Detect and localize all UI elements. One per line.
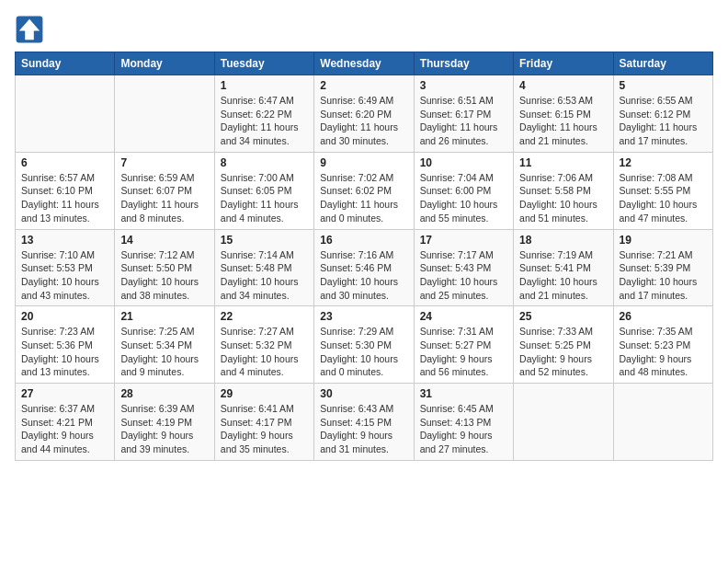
calendar-cell: 24Sunrise: 7:31 AM Sunset: 5:27 PM Dayli… <box>414 306 513 384</box>
calendar-week-3: 13Sunrise: 7:10 AM Sunset: 5:53 PM Dayli… <box>16 229 713 306</box>
day-number: 16 <box>320 234 407 247</box>
calendar-cell: 10Sunrise: 7:04 AM Sunset: 6:00 PM Dayli… <box>414 152 513 229</box>
calendar-cell: 22Sunrise: 7:27 AM Sunset: 5:32 PM Dayli… <box>214 306 313 384</box>
header-cell-sunday: Sunday <box>16 52 115 75</box>
header-cell-monday: Monday <box>115 52 214 75</box>
calendar-week-1: 1Sunrise: 6:47 AM Sunset: 6:22 PM Daylig… <box>16 75 713 153</box>
calendar-cell: 21Sunrise: 7:25 AM Sunset: 5:34 PM Dayli… <box>115 306 214 384</box>
day-number: 11 <box>519 156 607 169</box>
calendar-cell: 31Sunrise: 6:45 AM Sunset: 4:13 PM Dayli… <box>414 384 513 461</box>
day-info: Sunrise: 7:14 AM Sunset: 5:48 PM Dayligh… <box>221 248 308 303</box>
calendar-cell: 16Sunrise: 7:16 AM Sunset: 5:46 PM Dayli… <box>314 229 414 306</box>
day-number: 9 <box>320 156 407 169</box>
day-number: 1 <box>221 79 308 92</box>
calendar-cell: 1Sunrise: 6:47 AM Sunset: 6:22 PM Daylig… <box>214 75 313 153</box>
day-number: 28 <box>120 387 208 400</box>
calendar-cell: 27Sunrise: 6:37 AM Sunset: 4:21 PM Dayli… <box>16 384 115 461</box>
day-number: 6 <box>21 156 108 169</box>
day-number: 24 <box>420 310 507 323</box>
day-info: Sunrise: 6:53 AM Sunset: 6:15 PM Dayligh… <box>519 94 607 148</box>
calendar-body: 1Sunrise: 6:47 AM Sunset: 6:22 PM Daylig… <box>16 75 713 461</box>
calendar-cell: 13Sunrise: 7:10 AM Sunset: 5:53 PM Dayli… <box>16 229 115 306</box>
day-info: Sunrise: 7:12 AM Sunset: 5:50 PM Dayligh… <box>120 248 208 303</box>
day-info: Sunrise: 7:23 AM Sunset: 5:36 PM Dayligh… <box>21 325 108 379</box>
day-info: Sunrise: 7:33 AM Sunset: 5:25 PM Dayligh… <box>519 325 607 379</box>
day-info: Sunrise: 6:39 AM Sunset: 4:19 PM Dayligh… <box>120 402 208 456</box>
day-number: 14 <box>120 234 208 247</box>
calendar-cell: 29Sunrise: 6:41 AM Sunset: 4:17 PM Dayli… <box>214 384 313 461</box>
day-number: 21 <box>120 310 208 323</box>
day-info: Sunrise: 6:37 AM Sunset: 4:21 PM Dayligh… <box>21 402 108 456</box>
calendar-cell: 12Sunrise: 7:08 AM Sunset: 5:55 PM Dayli… <box>613 152 712 229</box>
day-number: 29 <box>221 387 308 400</box>
day-info: Sunrise: 6:55 AM Sunset: 6:12 PM Dayligh… <box>620 94 707 148</box>
day-number: 5 <box>620 79 707 92</box>
calendar-cell: 6Sunrise: 6:57 AM Sunset: 6:10 PM Daylig… <box>16 152 115 229</box>
page-header <box>15 15 713 44</box>
calendar-cell: 11Sunrise: 7:06 AM Sunset: 5:58 PM Dayli… <box>514 152 613 229</box>
day-number: 4 <box>519 79 607 92</box>
day-info: Sunrise: 6:51 AM Sunset: 6:17 PM Dayligh… <box>420 94 507 148</box>
day-number: 3 <box>420 79 507 92</box>
calendar-cell: 2Sunrise: 6:49 AM Sunset: 6:20 PM Daylig… <box>314 75 414 153</box>
day-info: Sunrise: 7:04 AM Sunset: 6:00 PM Dayligh… <box>420 171 507 225</box>
day-info: Sunrise: 6:45 AM Sunset: 4:13 PM Dayligh… <box>420 402 507 456</box>
day-info: Sunrise: 7:25 AM Sunset: 5:34 PM Dayligh… <box>120 325 208 379</box>
day-number: 22 <box>221 310 308 323</box>
day-number: 20 <box>21 310 108 323</box>
calendar-cell <box>16 75 115 153</box>
calendar-cell: 15Sunrise: 7:14 AM Sunset: 5:48 PM Dayli… <box>214 229 313 306</box>
day-number: 10 <box>420 156 507 169</box>
day-info: Sunrise: 7:21 AM Sunset: 5:39 PM Dayligh… <box>620 248 707 303</box>
day-number: 27 <box>21 387 108 400</box>
day-info: Sunrise: 6:57 AM Sunset: 6:10 PM Dayligh… <box>21 171 108 225</box>
day-info: Sunrise: 7:16 AM Sunset: 5:46 PM Dayligh… <box>320 248 407 303</box>
day-info: Sunrise: 7:19 AM Sunset: 5:41 PM Dayligh… <box>519 248 607 303</box>
calendar-cell: 28Sunrise: 6:39 AM Sunset: 4:19 PM Dayli… <box>115 384 214 461</box>
day-number: 30 <box>320 387 407 400</box>
calendar-cell: 9Sunrise: 7:02 AM Sunset: 6:02 PM Daylig… <box>314 152 414 229</box>
day-info: Sunrise: 7:29 AM Sunset: 5:30 PM Dayligh… <box>320 325 407 379</box>
calendar-week-5: 27Sunrise: 6:37 AM Sunset: 4:21 PM Dayli… <box>16 384 713 461</box>
calendar-cell: 8Sunrise: 7:00 AM Sunset: 6:05 PM Daylig… <box>214 152 313 229</box>
header-cell-tuesday: Tuesday <box>214 52 313 75</box>
day-info: Sunrise: 7:02 AM Sunset: 6:02 PM Dayligh… <box>320 171 407 225</box>
day-info: Sunrise: 6:41 AM Sunset: 4:17 PM Dayligh… <box>221 402 308 456</box>
header-cell-wednesday: Wednesday <box>314 52 414 75</box>
calendar-cell <box>115 75 214 153</box>
calendar-cell <box>613 384 712 461</box>
day-number: 8 <box>221 156 308 169</box>
day-number: 2 <box>320 79 407 92</box>
day-number: 18 <box>519 234 607 247</box>
calendar-header: SundayMondayTuesdayWednesdayThursdayFrid… <box>16 52 713 75</box>
header-cell-thursday: Thursday <box>414 52 513 75</box>
day-info: Sunrise: 7:27 AM Sunset: 5:32 PM Dayligh… <box>221 325 308 379</box>
day-number: 31 <box>420 387 507 400</box>
calendar-cell: 25Sunrise: 7:33 AM Sunset: 5:25 PM Dayli… <box>514 306 613 384</box>
day-info: Sunrise: 7:35 AM Sunset: 5:23 PM Dayligh… <box>620 325 707 379</box>
day-number: 23 <box>320 310 407 323</box>
day-number: 25 <box>519 310 607 323</box>
day-number: 19 <box>620 234 707 247</box>
day-number: 15 <box>221 234 308 247</box>
calendar-cell: 30Sunrise: 6:43 AM Sunset: 4:15 PM Dayli… <box>314 384 414 461</box>
calendar-cell: 5Sunrise: 6:55 AM Sunset: 6:12 PM Daylig… <box>613 75 712 153</box>
calendar-cell: 14Sunrise: 7:12 AM Sunset: 5:50 PM Dayli… <box>115 229 214 306</box>
calendar-cell: 26Sunrise: 7:35 AM Sunset: 5:23 PM Dayli… <box>613 306 712 384</box>
calendar-cell: 4Sunrise: 6:53 AM Sunset: 6:15 PM Daylig… <box>514 75 613 153</box>
day-info: Sunrise: 6:59 AM Sunset: 6:07 PM Dayligh… <box>120 171 208 225</box>
calendar-table: SundayMondayTuesdayWednesdayThursdayFrid… <box>15 52 713 461</box>
day-info: Sunrise: 6:47 AM Sunset: 6:22 PM Dayligh… <box>221 94 308 148</box>
day-number: 12 <box>620 156 707 169</box>
calendar-cell: 17Sunrise: 7:17 AM Sunset: 5:43 PM Dayli… <box>414 229 513 306</box>
day-info: Sunrise: 7:10 AM Sunset: 5:53 PM Dayligh… <box>21 248 108 303</box>
logo-icon <box>15 15 44 44</box>
calendar-cell: 19Sunrise: 7:21 AM Sunset: 5:39 PM Dayli… <box>613 229 712 306</box>
logo <box>15 15 48 44</box>
header-cell-saturday: Saturday <box>613 52 712 75</box>
day-number: 26 <box>620 310 707 323</box>
day-info: Sunrise: 6:49 AM Sunset: 6:20 PM Dayligh… <box>320 94 407 148</box>
header-row: SundayMondayTuesdayWednesdayThursdayFrid… <box>16 52 713 75</box>
day-info: Sunrise: 6:43 AM Sunset: 4:15 PM Dayligh… <box>320 402 407 456</box>
calendar-cell: 7Sunrise: 6:59 AM Sunset: 6:07 PM Daylig… <box>115 152 214 229</box>
